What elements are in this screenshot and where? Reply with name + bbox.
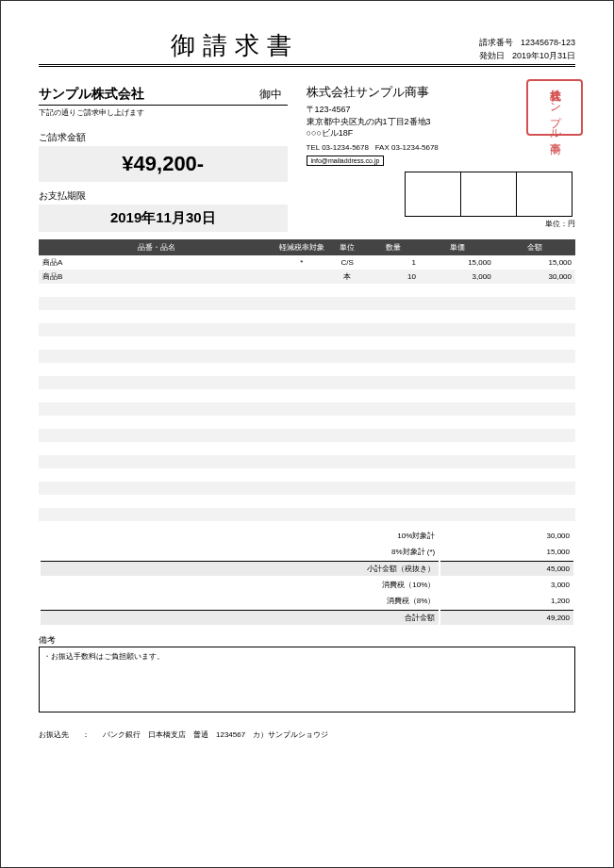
- total-label: 合計金額: [41, 610, 439, 625]
- currency-unit-note: 単位：円: [307, 219, 575, 229]
- sum-8: 15,000: [440, 545, 573, 559]
- table-row: [39, 310, 575, 323]
- deadline-value: 2019年11月30日: [39, 209, 288, 227]
- tel: 03-1234-5678: [322, 143, 369, 152]
- issue-date: 2019年10月31日: [512, 50, 575, 63]
- issue-date-label: 発効日: [479, 50, 505, 63]
- tax8: 1,200: [440, 594, 573, 608]
- deadline-label: お支払期限: [39, 189, 288, 203]
- meta-block: 請求番号12345678-123 発効日2019年10月31日: [479, 37, 575, 62]
- table-row: [39, 389, 575, 402]
- table-row: [39, 508, 575, 521]
- remarks-box: ・お振込手数料はご負担願います。: [39, 647, 575, 712]
- amount-label: ご請求金額: [39, 131, 288, 144]
- col-tax: 軽減税率対象: [274, 239, 328, 255]
- invoice-no-label: 請求番号: [479, 37, 513, 50]
- table-row: [39, 416, 575, 429]
- table-row: [39, 442, 575, 455]
- table-row: [39, 350, 575, 363]
- bank-info: お振込先 ： バンク銀行 日本橋支店 普通 1234567 カ）サンプルショウジ: [39, 729, 575, 740]
- tel-label: TEL: [307, 143, 320, 152]
- table-row: [39, 482, 575, 495]
- table-row: [39, 495, 575, 508]
- header: 御請求書 請求番号12345678-123 発効日2019年10月31日: [39, 29, 575, 67]
- sender-email: info@mailaddress.co.jp: [307, 156, 385, 166]
- col-unit: 単位: [328, 239, 366, 255]
- sender-column: 株式会社サンプル商事 株式会社サンプル商事 〒123-4567 東京都中央区丸の…: [307, 84, 575, 232]
- table-row: [39, 376, 575, 389]
- table-row: [39, 363, 575, 376]
- table-row: [39, 323, 575, 336]
- col-amount: 金額: [495, 239, 575, 255]
- table-row: 商品A*C/S115,00015,000: [39, 255, 575, 270]
- tax8-label: 消費税（8%）: [41, 594, 439, 608]
- col-qty: 数量: [366, 239, 420, 255]
- table-row: [39, 455, 575, 468]
- company-seal-icon: 株式会社サンプル商事: [526, 79, 583, 136]
- table-row: [39, 468, 575, 482]
- tax10: 3,000: [440, 578, 573, 592]
- summary-table: 10%対象計30,000 8%対象計 (*)15,000 小計金額（税抜き）45…: [39, 527, 575, 627]
- col-price: 単価: [420, 239, 495, 255]
- upper-section: サンプル株式会社 御中 下記の通りご請求申し上げます ご請求金額 ¥49,200…: [39, 84, 575, 232]
- remarks-text: ・お振込手数料はご負担願います。: [43, 652, 164, 661]
- table-row: 商品B本103,00030,000: [39, 270, 575, 284]
- greeting-note: 下記の通りご請求申し上げます: [39, 107, 288, 118]
- bank-text: バンク銀行 日本橋支店 普通 1234567 カ）サンプルショウジ: [103, 729, 328, 740]
- subtotal: 45,000: [440, 561, 573, 576]
- document-title: 御請求書: [171, 29, 299, 62]
- client-name: サンプル株式会社: [39, 86, 259, 103]
- sender-contact: TEL 03-1234-5678 FAX 03-1234-5678: [307, 143, 575, 152]
- subtotal-label: 小計金額（税抜き）: [41, 561, 439, 576]
- table-row: [39, 336, 575, 350]
- tax10-label: 消費税（10%）: [41, 578, 439, 592]
- sum-10: 30,000: [440, 529, 573, 543]
- items-table: 品番・品名 軽減税率対象 単位 数量 単価 金額 商品A*C/S115,0001…: [39, 239, 575, 521]
- table-row: [39, 297, 575, 310]
- col-name: 品番・品名: [39, 239, 274, 255]
- table-row: [39, 402, 575, 416]
- invoice-no: 12345678-123: [521, 37, 575, 50]
- amount-value: ¥49,200-: [39, 152, 288, 176]
- client-column: サンプル株式会社 御中 下記の通りご請求申し上げます ご請求金額 ¥49,200…: [39, 84, 288, 232]
- approval-seal-boxes: [406, 172, 575, 217]
- fax: 03-1234-5678: [391, 143, 439, 152]
- bank-label: お振込先: [39, 729, 69, 740]
- remarks-label: 備考: [39, 634, 575, 647]
- bank-sep: ：: [82, 729, 90, 740]
- fax-label: FAX: [375, 143, 390, 152]
- table-row: [39, 429, 575, 442]
- sum-8-label: 8%対象計 (*): [41, 545, 439, 559]
- client-suffix: 御中: [259, 87, 282, 103]
- sum-10-label: 10%対象計: [41, 529, 439, 543]
- total: 49,200: [440, 610, 573, 625]
- table-row: [39, 284, 575, 297]
